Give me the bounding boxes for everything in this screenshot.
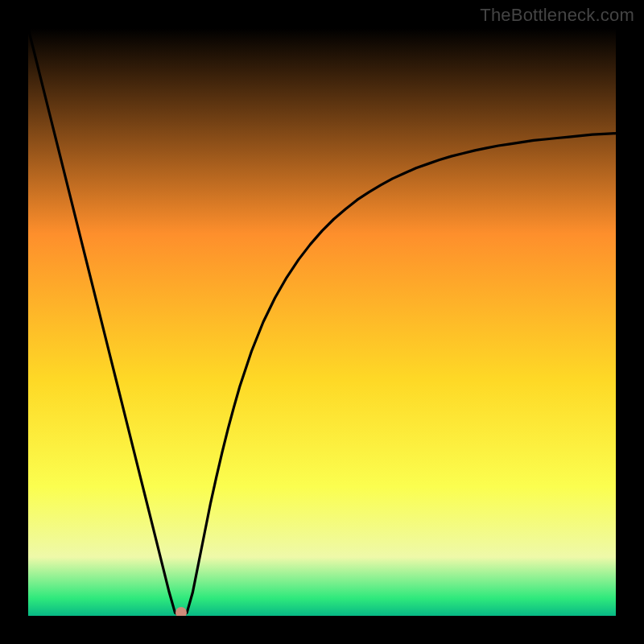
- plot-area: [28, 28, 616, 616]
- optimal-point-dot: [175, 607, 187, 616]
- chart-frame: TheBottleneck.com: [0, 0, 644, 644]
- watermark-text: TheBottleneck.com: [480, 5, 634, 26]
- bottleneck-curve: [28, 28, 616, 616]
